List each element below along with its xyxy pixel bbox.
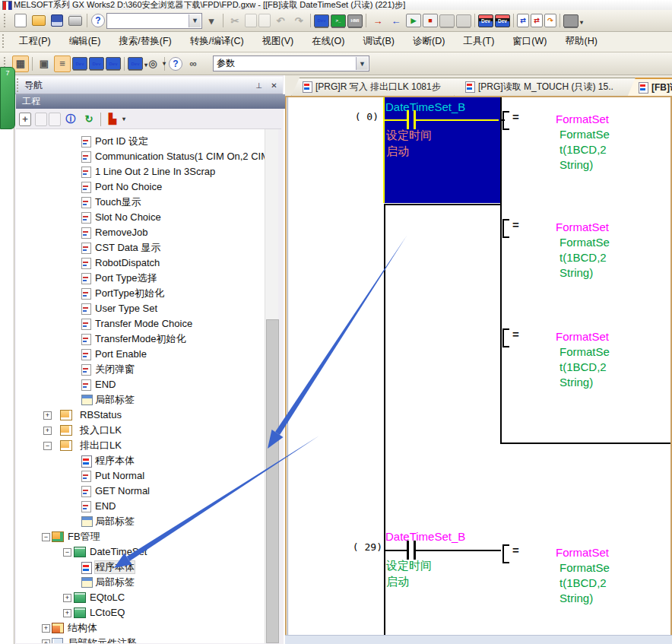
tree-item-1 Line Out 2 Line In 3Scrap[interactable]: 1 Line Out 2 Line In 3Scrap: [16, 164, 265, 179]
monitor-stop-icon[interactable]: ■: [423, 14, 438, 27]
tree-item-Touch显示[interactable]: Touch显示: [16, 195, 265, 210]
tree-item-Port No Choice[interactable]: Port No Choice: [16, 179, 265, 195]
tree-item-label[interactable]: EQtoLC: [90, 592, 125, 604]
device-statement-icon[interactable]: Dev: [89, 57, 104, 70]
tree-item-局部软元件注释[interactable]: +局部软元件注释: [16, 636, 265, 643]
pin-icon[interactable]: ⊥: [252, 79, 265, 92]
write-to-plc-icon[interactable]: →: [369, 12, 386, 29]
chevron-down-icon[interactable]: ▼: [189, 14, 201, 27]
tree-item-EQtoLC[interactable]: +EQtoLC: [16, 590, 265, 605]
menu-4[interactable]: 转换/编译(C): [181, 32, 253, 51]
remote-operation-icon[interactable]: [563, 14, 578, 27]
paste-icon[interactable]: [258, 14, 271, 27]
tree-item-label[interactable]: PortType初始化: [95, 287, 164, 300]
parameter-combo[interactable]: 参数▼: [213, 56, 369, 71]
tree-item-label[interactable]: 局部标签: [95, 576, 135, 588]
find-device-icon[interactable]: ◎: [144, 56, 161, 72]
tree-item-GET Normal[interactable]: GET Normal: [16, 484, 265, 499]
sort-tool-icon[interactable]: ▙: [104, 111, 121, 128]
refresh-icon[interactable]: ↻: [81, 111, 97, 128]
comment-display-icon[interactable]: ⇄: [517, 14, 529, 27]
data-info-icon[interactable]: ⓘ: [62, 111, 79, 128]
toolbar-options-icon[interactable]: ▾: [203, 12, 220, 29]
tree-item-局部标签[interactable]: 局部标签: [16, 392, 265, 408]
device-display-mode-icon[interactable]: Dev: [128, 57, 143, 70]
new-project-icon[interactable]: [14, 14, 27, 27]
tree-item-label[interactable]: CST Data 显示: [95, 242, 160, 254]
tree-item-程序本体[interactable]: 程序本体: [16, 453, 265, 468]
expand-icon[interactable]: +: [43, 427, 52, 435]
menu-6[interactable]: 在线(O): [303, 32, 353, 51]
tree-item-label[interactable]: 局部标签: [95, 516, 135, 528]
menubar-grip[interactable]: [2, 34, 6, 48]
tree-item-RemoveJob[interactable]: RemoveJob: [16, 225, 265, 240]
menu-7[interactable]: 调试(B): [353, 32, 404, 51]
tree-item-RobotDispatch[interactable]: RobotDispatch: [16, 255, 265, 271]
hmi-monitor-icon[interactable]: HMI: [347, 14, 363, 27]
device-monitor-exec-icon[interactable]: >_: [331, 14, 346, 27]
tree-item-label[interactable]: Touch显示: [95, 196, 141, 208]
expand-icon[interactable]: +: [63, 594, 71, 602]
help-icon[interactable]: ?: [169, 57, 182, 71]
cut-icon[interactable]: ✂: [227, 12, 243, 29]
tree-item-label[interactable]: 结构体: [68, 622, 97, 634]
tree-item-DateTimeSet[interactable]: −DateTimeSet: [16, 544, 265, 560]
tree-item-label[interactable]: FB管理: [68, 531, 100, 543]
tree-item-label[interactable]: 投入口LK: [80, 424, 122, 436]
tree-item-PortType初始化[interactable]: PortType初始化: [16, 286, 265, 301]
tree-item-排出口LK[interactable]: −排出口LK: [16, 438, 265, 453]
tree-item-label[interactable]: Port No Choice: [95, 181, 162, 193]
menu-3[interactable]: 搜索/替换(F): [109, 32, 180, 51]
expand-icon[interactable]: +: [43, 411, 52, 420]
tree-item-RBStatus[interactable]: +RBStatus: [16, 408, 265, 423]
tree-item-label[interactable]: Transfer Mode Choice: [95, 318, 192, 330]
tree-item-label[interactable]: END: [95, 379, 116, 391]
device-comment-icon[interactable]: Dev: [72, 57, 87, 70]
tree-item-label[interactable]: 程序本体: [95, 455, 135, 467]
tree-item-label[interactable]: GET Normal: [95, 485, 150, 497]
undo-icon[interactable]: ↶: [272, 12, 289, 29]
toolbar-grip[interactable]: [4, 14, 8, 27]
tree-item-局部标签[interactable]: 局部标签: [16, 575, 265, 590]
tree-item-END[interactable]: END: [16, 499, 265, 514]
tree-item-label[interactable]: RemoveJob: [95, 227, 147, 239]
save-project-icon[interactable]: [51, 14, 63, 27]
menu-9[interactable]: 工具(T): [454, 32, 503, 51]
tree-item-label[interactable]: Put Normal: [95, 470, 144, 482]
device-display-icon[interactable]: Dev: [478, 14, 493, 27]
tree-item-label[interactable]: RBStatus: [80, 409, 122, 421]
device-monitor-write-icon[interactable]: Dev: [314, 14, 329, 27]
list-display-icon[interactable]: ≡: [54, 56, 71, 72]
tree-item-TransferMode初始化[interactable]: TransferMode初始化: [16, 332, 265, 347]
panel-grip[interactable]: [17, 78, 21, 92]
tree-item-Put Normal[interactable]: Put Normal: [16, 468, 265, 484]
tree-item-label[interactable]: 排出口LK: [80, 439, 122, 452]
copy-data-icon[interactable]: [35, 113, 47, 126]
menu-8[interactable]: 诊断(D): [404, 32, 454, 51]
tree-item-label[interactable]: END: [95, 500, 116, 512]
read-from-plc-icon[interactable]: ←: [388, 12, 404, 29]
expand-icon[interactable]: +: [42, 624, 50, 633]
tree-item-label[interactable]: DateTimeSet: [90, 546, 147, 558]
tree-item-label[interactable]: Slot No Choice: [95, 211, 161, 224]
tree-item-label[interactable]: LCtoEQ: [90, 607, 125, 619]
tree-item-User Type Set[interactable]: User Type Set: [16, 301, 265, 316]
function-block-icon[interactable]: ▣: [36, 56, 52, 72]
tree-item-FB管理[interactable]: −FB管理: [16, 529, 265, 544]
editor-hscroll-area[interactable]: [285, 635, 672, 644]
copy-icon[interactable]: [245, 14, 257, 27]
tree-item-Slot No Choice[interactable]: Slot No Choice: [16, 210, 265, 225]
tree-item-LCtoEQ[interactable]: +LCtoEQ: [16, 605, 265, 620]
collapse-icon[interactable]: −: [63, 548, 71, 557]
tree-scrollbar-thumb[interactable]: [266, 319, 279, 643]
menu-2[interactable]: 编辑(E): [60, 32, 110, 51]
tree-item-结构体[interactable]: +结构体: [16, 620, 265, 636]
tree-item-局部标签[interactable]: 局部标签: [16, 514, 265, 529]
tree-item-Port ID 设定[interactable]: Port ID 设定: [16, 134, 265, 149]
ladder-canvas[interactable]: DateTimeSet_B 设定时间 启动 ( 0) DateTimeSet_B…: [285, 96, 672, 636]
tree-item-Port Type选择[interactable]: Port Type选择: [16, 271, 265, 286]
monitor-pause-icon[interactable]: [439, 14, 455, 27]
tab-2[interactable]: [PRG]读取 M_TOUCH (只读) 15..: [454, 78, 639, 97]
device-note-icon[interactable]: Dev: [106, 57, 121, 70]
menu-10[interactable]: 窗口(W): [503, 32, 556, 51]
